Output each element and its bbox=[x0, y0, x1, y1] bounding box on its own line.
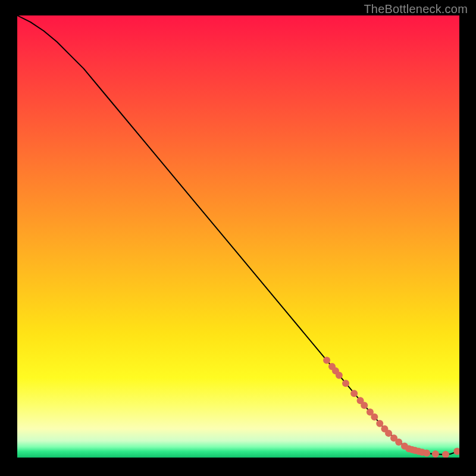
chart-root: TheBottleneck.com bbox=[0, 0, 476, 476]
data-point bbox=[385, 430, 392, 437]
watermark-text: TheBottleneck.com bbox=[0, 2, 476, 16]
data-point bbox=[361, 402, 368, 409]
data-point bbox=[423, 450, 430, 457]
data-point bbox=[350, 390, 358, 397]
data-point bbox=[376, 420, 383, 427]
data-point bbox=[336, 372, 343, 379]
chart-plot bbox=[17, 15, 459, 458]
data-point bbox=[323, 357, 330, 364]
data-point bbox=[432, 450, 439, 458]
data-point bbox=[371, 414, 378, 421]
data-point bbox=[342, 380, 349, 387]
plot-background bbox=[17, 15, 459, 458]
